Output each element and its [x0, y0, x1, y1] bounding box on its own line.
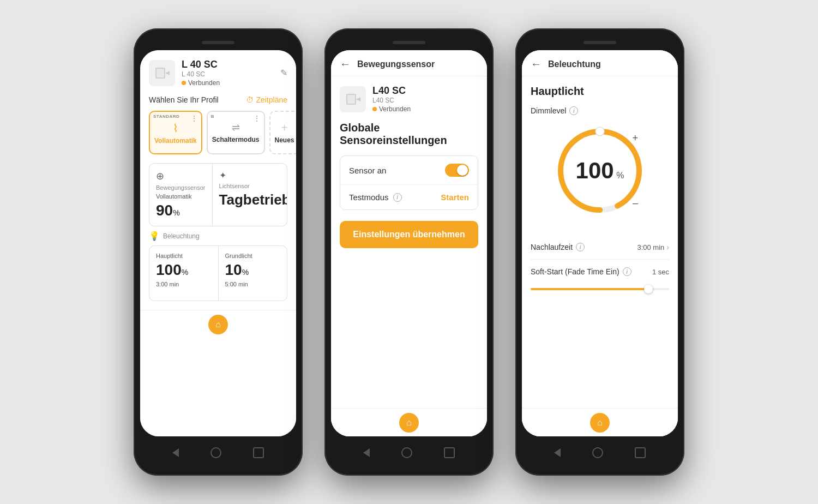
softstart-slider[interactable]: [531, 288, 669, 290]
home-nav-button-2[interactable]: ⌂: [399, 413, 419, 433]
speaker-2: [393, 41, 425, 44]
profile-section-title: Wählen Sie Ihr Profil: [149, 95, 219, 104]
phone-1: L 40 SC L 40 SC Verbunden ✎ Wählen Sie I…: [134, 28, 303, 476]
softstart-info-icon[interactable]: i: [623, 267, 631, 276]
nav-circle-2[interactable]: [401, 447, 412, 458]
screen2-header: ← Bewegungssensor: [331, 50, 487, 76]
screen3-header: ← Beleuchtung: [522, 50, 678, 76]
zeitplane-label: Zeitpläne: [256, 95, 287, 104]
apply-button[interactable]: Einstellungen übernehmen: [340, 221, 478, 248]
clock-icon: ⏱: [246, 95, 254, 104]
profile-dots-2[interactable]: ⋮: [253, 114, 261, 123]
zeitplane-link[interactable]: ⏱ Zeitpläne: [246, 95, 287, 104]
phone-3-bottom: [522, 436, 678, 469]
profile-card-schalter[interactable]: B ⋮ ⇌ Schaltermodus: [207, 111, 265, 154]
slider-thumb: [644, 285, 653, 293]
device-info-1: L 40 SC L 40 SC Verbunden: [182, 59, 274, 87]
nachlaufzeit-chevron: ›: [666, 243, 669, 251]
softstart-item[interactable]: Soft-Start (Fade Time Ein) i 1 sec: [531, 260, 669, 284]
device-status-2: Verbunden: [372, 105, 478, 113]
phone-3-screen: ← Beleuchtung Hauptlicht Dimmlevel i: [522, 50, 678, 436]
screen2-title: Bewegungssensor: [357, 59, 435, 69]
bewegung-sublabel: Vollautomatik: [156, 193, 206, 200]
phone-1-bottom: [140, 436, 296, 469]
profile-badge-standard: STANDARD: [153, 114, 179, 119]
home-nav-icon-2: ⌂: [406, 418, 412, 428]
home-nav-button[interactable]: ⌂: [208, 315, 228, 334]
back-button-3[interactable]: ←: [531, 58, 542, 70]
phone-3: ← Beleuchtung Hauptlicht Dimmlevel i: [515, 28, 684, 476]
phone-2-screen: ← Bewegungssensor L40 SC L40 SC: [331, 50, 487, 436]
nachlaufzeit-info-icon[interactable]: i: [576, 243, 585, 251]
settings-card: Sensor an Testmodus i Starten: [340, 155, 478, 210]
tile-bewegung[interactable]: ⊕ Bewegungssensor Vollautomatik 90%: [149, 164, 212, 226]
nachlaufzeit-left: Nachlaufzeit i: [531, 243, 585, 251]
nav-back-3[interactable]: [554, 448, 561, 457]
softstart-right: 1 sec: [652, 268, 669, 276]
nav-circle-1[interactable]: [210, 447, 221, 458]
device-name-2: L40 SC: [372, 85, 478, 97]
device-info-2: L40 SC L40 SC Verbunden: [372, 85, 478, 113]
add-icon: +: [281, 122, 288, 134]
device-header-1: L 40 SC L 40 SC Verbunden ✎: [149, 59, 287, 87]
testmodus-info-icon[interactable]: i: [393, 193, 402, 202]
svg-point-6: [596, 127, 604, 136]
nav-square-1[interactable]: [253, 447, 264, 458]
nachlaufzeit-item[interactable]: Nachlaufzeit i 3:00 min ›: [531, 235, 669, 260]
screen1-content: L 40 SC L 40 SC Verbunden ✎ Wählen Sie I…: [140, 50, 296, 310]
home-nav-button-3[interactable]: ⌂: [590, 413, 610, 433]
home-nav-icon-3: ⌂: [597, 418, 603, 428]
tile-licht[interactable]: ✦ Lichtsensor Tagbetrieb: [213, 164, 287, 226]
nav-back-2[interactable]: [363, 448, 370, 457]
tiles-grid: ⊕ Bewegungssensor Vollautomatik 90% ✦ Li…: [149, 163, 287, 226]
dimmlevel-row: Dimmlevel i: [531, 106, 669, 115]
dial-minus-icon[interactable]: –: [633, 197, 638, 209]
softstart-label: Soft-Start (Fade Time Ein): [531, 267, 619, 276]
licht-label: Lichtsensor: [219, 183, 287, 189]
svg-rect-3: [347, 95, 355, 104]
sensor-section-title: Globale Sensoreinstellungen: [340, 122, 478, 147]
profile-cards: STANDARD ⋮ ⌇ Vollautomatik B ⋮ ⇌ Schalte…: [149, 111, 287, 154]
starten-button[interactable]: Starten: [441, 193, 469, 202]
grundlicht-time: 5:00 min: [225, 281, 281, 287]
nachlaufzeit-label: Nachlaufzeit: [531, 243, 573, 251]
home-nav-icon: ⌂: [215, 320, 221, 329]
nav-circle-3[interactable]: [592, 447, 603, 458]
licht-icon: ✦: [219, 170, 287, 181]
bel-tiles: Hauptlicht 100% 3:00 min Grundlicht 10% …: [149, 245, 287, 301]
tile-grundlicht[interactable]: Grundlicht 10% 5:00 min: [219, 246, 287, 301]
device-icon-1: [149, 60, 175, 86]
tagbetrieb-value: Tagbetrieb: [219, 191, 287, 208]
sensor-row: Sensor an: [340, 156, 478, 185]
dial-center: 100 %: [576, 159, 624, 182]
bel-label: Beleuchtung: [163, 232, 200, 240]
status-dot-1: [182, 81, 186, 85]
back-button-2[interactable]: ←: [340, 58, 351, 70]
slider-fill: [531, 288, 648, 290]
nachlaufzeit-right: 3:00 min ›: [637, 243, 669, 251]
dial-container[interactable]: + 100 % –: [551, 122, 649, 220]
profile-dots-1[interactable]: ⋮: [190, 114, 198, 123]
nav-square-3[interactable]: [635, 447, 646, 458]
device-name-1: L 40 SC: [182, 59, 274, 70]
nachlaufzeit-value: 3:00 min: [637, 243, 664, 251]
speaker-3: [584, 41, 616, 44]
profile-card-add[interactable]: + Neues: [269, 111, 297, 154]
dimmlevel-info-icon[interactable]: i: [569, 106, 578, 115]
nav-back-1[interactable]: [172, 448, 179, 457]
device-model-2: L40 SC: [372, 97, 478, 104]
profile-card-vollautomatik[interactable]: STANDARD ⋮ ⌇ Vollautomatik: [149, 111, 202, 154]
grundlicht-sublabel: Grundlicht: [225, 253, 281, 259]
device-icon-2: [340, 86, 366, 112]
hauptlicht-time: 3:00 min: [156, 281, 212, 287]
tile-hauptlicht[interactable]: Hauptlicht 100% 3:00 min: [149, 246, 218, 301]
testmodus-row: Testmodus i Starten: [340, 185, 478, 209]
screen2-content: L40 SC L40 SC Verbunden Globale Sensorei…: [331, 76, 487, 408]
edit-icon-1[interactable]: ✎: [280, 68, 287, 78]
dial-plus-icon[interactable]: +: [632, 133, 638, 144]
schalter-label: Schaltermodus: [212, 136, 260, 143]
nav-square-2[interactable]: [444, 447, 455, 458]
sensor-toggle[interactable]: [445, 164, 469, 177]
dimmlevel-label: Dimmlevel: [531, 106, 566, 115]
settings-list-3: Nachlaufzeit i 3:00 min › Soft-Start (Fa…: [531, 235, 669, 284]
